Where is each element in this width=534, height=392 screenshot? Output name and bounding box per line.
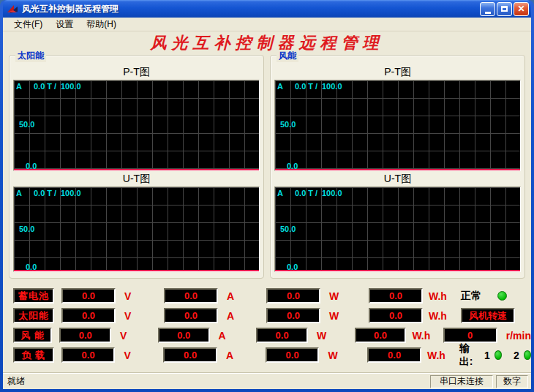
maximize-button[interactable]	[497, 2, 512, 16]
close-icon: ✕	[517, 4, 524, 13]
axis-scale: 0.0 T /	[295, 82, 317, 91]
status-bar: 就绪 串口未连接 数字	[3, 373, 531, 389]
unit-watthour: W.h	[429, 290, 454, 302]
status-serial: 串口未连接	[430, 375, 493, 388]
unit-amp: A	[227, 310, 243, 322]
menu-help[interactable]: 帮助(H)	[80, 18, 123, 32]
axis-scale: 0.0 T /	[295, 189, 317, 197]
axis-mid: 50.0	[19, 225, 34, 233]
minimize-icon	[485, 12, 491, 14]
load-current-display: 0.0	[163, 347, 217, 363]
chart-wind-pt: A 0.0 T / 100.0 50.0 0.0	[274, 80, 521, 171]
window-title: 风光互补控制器远程管理	[22, 3, 480, 15]
chart-title-solar-pt: P-T图	[13, 64, 260, 80]
unit-watt: W	[317, 330, 332, 342]
output2-indicator-icon	[524, 350, 531, 360]
battery-voltage-display: 0.0	[61, 288, 116, 304]
readout-row-solar: 太阳能 0.0 V 0.0 A 0.0 W 0.0 W.h 风机转速	[13, 308, 531, 323]
axis-label: A	[277, 82, 283, 91]
unit-volt: V	[124, 310, 140, 322]
axis-mid: 50.0	[19, 120, 34, 129]
output-label: 输出:	[459, 342, 477, 369]
title-bar[interactable]: 风光互补控制器远程管理 ✕	[3, 0, 531, 18]
wind-label: 风 能	[13, 328, 52, 343]
axis-max: 100.0	[322, 82, 342, 91]
fan-speed-display: 0	[443, 328, 497, 343]
minimize-button[interactable]	[480, 2, 495, 16]
solar-current-display: 0.0	[164, 308, 218, 323]
trace-line	[14, 270, 259, 271]
menu-settings[interactable]: 设置	[49, 18, 80, 32]
groupbox-wind-label: 风能	[277, 50, 298, 62]
axis-max: 100.0	[61, 189, 81, 197]
page-title: 风光互补控制器远程管理	[151, 32, 384, 54]
unit-watt: W	[329, 290, 345, 302]
chart-solar-pt: A 0.0 T / 100.0 50.0 0.0	[13, 80, 260, 171]
readout-row-battery: 蓄电池 0.0 V 0.0 A 0.0 W 0.0 W.h 正常	[13, 288, 531, 304]
axis-label: A	[16, 82, 22, 91]
trace-line	[275, 169, 520, 170]
load-label: 负 载	[13, 347, 54, 363]
solar-voltage-display: 0.0	[61, 308, 116, 323]
axis-scale: 0.0 T /	[34, 189, 56, 197]
readout-row-wind: 风 能 0.0 V 0.0 A 0.0 W 0.0 W.h 0 r/min	[13, 328, 531, 343]
unit-volt: V	[124, 290, 140, 302]
status-num: 数字	[496, 375, 528, 388]
unit-watthour: W.h	[412, 330, 435, 342]
unit-amp: A	[227, 290, 243, 302]
fan-speed-group: 风机转速	[454, 308, 531, 323]
output2-label: 2	[514, 350, 519, 361]
solar-energy-display: 0.0	[369, 308, 423, 323]
battery-power-display: 0.0	[266, 288, 320, 304]
solar-power-display: 0.0	[266, 308, 320, 323]
axis-mid: 50.0	[280, 225, 296, 233]
axis-label: A	[277, 189, 283, 197]
output-group: 输出: 1 2	[452, 342, 531, 369]
groupbox-solar: 太阳能 P-T图 A 0.0 T / 100.0 50.0 0.0 U-T图 A…	[9, 55, 264, 279]
fan-speed-value-group: 0 r/min	[436, 328, 531, 343]
status-ready: 就绪	[7, 375, 427, 388]
menu-bar: 文件(F) 设置 帮助(H)	[3, 18, 531, 31]
trace-line	[275, 270, 520, 271]
chart-title-wind-ut: U-T图	[274, 171, 521, 186]
wind-power-display: 0.0	[256, 328, 308, 343]
load-power-display: 0.0	[266, 347, 320, 363]
battery-current-display: 0.0	[164, 288, 218, 304]
unit-watthour: W.h	[427, 350, 452, 361]
axis-scale: 0.0 T /	[34, 82, 56, 91]
chart-title-solar-ut: U-T图	[13, 171, 260, 186]
close-button[interactable]: ✕	[514, 2, 529, 16]
battery-label: 蓄电池	[13, 288, 54, 304]
chart-groups: 太阳能 P-T图 A 0.0 T / 100.0 50.0 0.0 U-T图 A…	[3, 55, 531, 279]
unit-volt: V	[120, 330, 135, 342]
unit-amp: A	[219, 330, 234, 342]
readout-panel: 蓄电池 0.0 V 0.0 A 0.0 W 0.0 W.h 正常 太阳能 0.0…	[3, 279, 531, 373]
unit-watt: W	[328, 350, 344, 361]
readout-row-load: 负 载 0.0 V 0.0 A 0.0 W 0.0 W.h 输出: 1 2	[13, 347, 531, 363]
trace-line	[14, 169, 259, 170]
app-icon	[7, 3, 18, 15]
unit-watthour: W.h	[429, 310, 454, 322]
battery-energy-display: 0.0	[369, 288, 423, 304]
axis-max: 100.0	[322, 189, 342, 197]
fan-speed-unit: r/min	[506, 330, 531, 342]
wind-energy-display: 0.0	[355, 328, 407, 343]
output1-indicator-icon	[494, 350, 502, 360]
fan-speed-label: 风机转速	[461, 308, 515, 323]
axis-label: A	[16, 189, 22, 197]
unit-amp: A	[226, 350, 242, 361]
normal-label: 正常	[461, 290, 481, 303]
output1-label: 1	[484, 350, 490, 361]
chart-solar-ut: A 0.0 T / 100.0 50.0 0.0	[13, 186, 260, 272]
app-window: 风光互补控制器远程管理 ✕ 文件(F) 设置 帮助(H) 风光互补控制器远程管理…	[0, 0, 534, 392]
normal-indicator-icon	[497, 291, 507, 301]
solar-label: 太阳能	[13, 308, 54, 323]
status-normal: 正常	[454, 290, 531, 303]
wind-voltage-display: 0.0	[59, 328, 111, 343]
wind-current-display: 0.0	[158, 328, 210, 343]
groupbox-solar-label: 太阳能	[15, 50, 46, 62]
menu-file[interactable]: 文件(F)	[7, 18, 49, 32]
load-voltage-display: 0.0	[61, 347, 116, 363]
unit-volt: V	[124, 350, 140, 361]
unit-watt: W	[329, 310, 345, 322]
